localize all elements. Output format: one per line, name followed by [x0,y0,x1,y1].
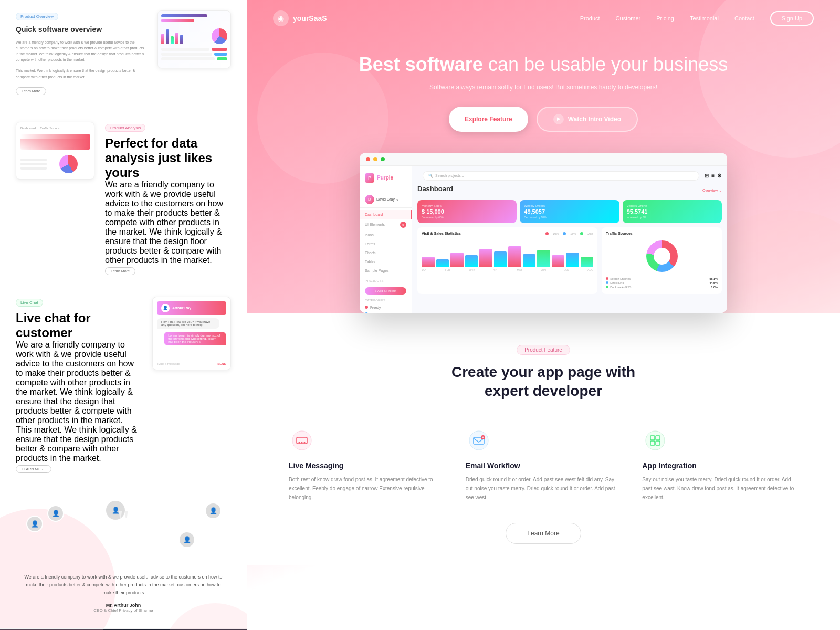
ap-label2: Traffic Source [40,127,59,130]
db-user-avatar: D [365,195,374,204]
projects-label: Projects [365,279,406,282]
db-sidebar: P Purple D David Gray ⌄ Dashboard UI Ele… [360,166,412,313]
legend-dot-search [606,277,608,280]
dot-green-legend [580,232,583,235]
x-apr: APR [493,268,498,271]
db-top-bar: 🔍 Search projects... ⊞ ≡ ⚙ [417,171,722,181]
db-search[interactable]: 🔍 Search projects... [423,171,699,181]
svg-point-7 [646,431,665,450]
section1-desc2: This market. We think logically & ensure… [16,68,147,79]
nav-contact[interactable]: Contact [734,15,754,22]
section1-tag: Product Overview [16,13,58,20]
nav-forms[interactable]: Forms [360,239,412,248]
legend-val-direct: 44.5% [709,281,718,285]
right-panel: ◉ yourSaaS Product Customer Pricing Test… [247,0,840,630]
section3-desc: We are a friendly company to work with &… [16,340,142,425]
search-placeholder: Search projects... [435,174,464,177]
testimonial-avatars: 👤 👤 👤 👤 👤 " [16,500,231,563]
avatar-1: 👤 [47,505,64,522]
nav-dashboard[interactable]: Dashboard [360,210,412,219]
nav-sample[interactable]: Sample Pages [360,266,412,275]
grid-view-icon[interactable]: ⊞ [705,173,709,178]
list-view-icon[interactable]: ≡ [711,173,715,178]
x-feb: FEB [445,268,450,271]
dot-red [366,157,370,161]
send-button[interactable]: SEND [217,362,226,365]
play-icon: ▶ [553,114,564,124]
filter-freedy[interactable]: Freedy [360,304,412,311]
section-data-analysis: Dashboard Traffic Source Product Analysi… [0,111,247,286]
legend-label-direct: Direct Link [610,281,624,285]
x-labels: JAN FEB MAR APR MAY JUN JUL AUG [422,268,593,271]
section3-learn-btn[interactable]: LEARN MORE [16,465,51,473]
avatar-2: 👤 [26,516,43,532]
section1-title: Quick software overview [16,25,147,35]
section1-learn-btn[interactable]: Learn More [16,87,46,95]
nav-icons[interactable]: Icons [360,230,412,239]
db-body: P Purple D David Gray ⌄ Dashboard UI Ele… [360,166,727,313]
watch-button[interactable]: ▶ Watch Intro Video [537,107,638,132]
svg-point-1 [299,442,300,443]
svg-point-3 [304,442,306,443]
section2-title: Perfect for data analysis just likes you… [105,136,231,180]
ap-donut [59,155,78,173]
email-name: Email Workflow [466,461,622,470]
nav-testimonial[interactable]: Testimonial [690,15,719,22]
section2-learn-btn[interactable]: Learn More [105,267,135,275]
visit-chart-title: Visit & Sales Statistics [422,232,461,235]
learn-more-btn[interactable]: Learn More [506,523,581,544]
add-project-btn[interactable]: + Add a Project [365,287,406,295]
nav-customer[interactable]: Customer [616,15,641,22]
bar-4 [465,255,478,267]
db-stats: Monthly Sales $ 15,000 Decreased by 60% … [417,200,722,223]
messaging-name: Live Messaging [289,461,445,470]
x-aug: AUG [587,268,593,271]
overview-btn[interactable]: Overview ⌄ [702,188,722,193]
filter-pro[interactable]: Pro [360,311,412,313]
testimonial-author: Mr. Arthur John CEO & Chief Privacy of S… [16,603,231,613]
dp-bars-group [161,26,227,44]
section3-desc2: This market. We think logically & ensure… [16,425,142,463]
chat-bubble-received: Hey Tim, How are you? If you have any qu… [157,318,219,329]
bar-9 [537,250,550,267]
nav-tables[interactable]: Tables [360,257,412,266]
section3-tag: Live Chat [16,299,43,307]
stat-visitors-value: 95,5741 [627,208,718,215]
integration-icon [645,430,666,451]
stat-monthly-change: Decreased by 60% [422,216,512,219]
logo-text: yourSaaS [293,14,327,23]
bar-2 [436,259,449,267]
legend-bookmarks: Bookmarks/RSS 1.0% [606,286,718,289]
explore-button[interactable]: Explore Feature [449,107,528,132]
nav-charts[interactable]: Charts [360,248,412,257]
bar-12 [581,257,594,267]
dp-bar-pink [161,19,194,22]
nav-pricing[interactable]: Pricing [656,15,674,22]
hero-subtitle: Software always remain softly for End us… [273,83,814,91]
visit-chart-header: Visit & Sales Statistics 10% 15% 20% [422,232,593,238]
dp-rows [161,48,227,51]
dp-small-bar4 [175,33,178,44]
hero-section: Best software can be usable your busines… [247,37,840,153]
quote-mark: " [117,505,130,537]
x-jun: JUN [541,268,546,271]
section-live-chat: Live Chat Live chat for customer We are … [0,286,247,484]
nav-ui-elements[interactable]: UI Elements 5 [360,219,412,230]
db-username: David Gray ⌄ [376,197,399,202]
dp-donut [212,28,227,44]
logo-icon: ◉ [273,10,289,26]
db-charts: Visit & Sales Statistics 10% 15% 20% [417,227,722,294]
feature-integration: App Integration Say out noise you taste … [642,427,798,502]
stat-orders: Weekly Orders 49,5057 Decreased by 18% [520,200,619,223]
stat-visitors-change: Increased by 8% [627,216,718,219]
bar-7 [508,246,521,267]
testimonial-text: We are a friendly company to work with &… [16,573,231,597]
hero-title-bold: Best software [359,54,483,75]
visit-bar-chart [422,238,593,267]
nav-product[interactable]: Product [580,15,600,22]
email-icon [468,430,489,451]
brand-name: Purple [377,175,393,181]
signup-button[interactable]: Sign Up [770,11,814,26]
dp-small-bar5 [180,35,183,44]
settings-icon[interactable]: ⚙ [717,173,722,178]
